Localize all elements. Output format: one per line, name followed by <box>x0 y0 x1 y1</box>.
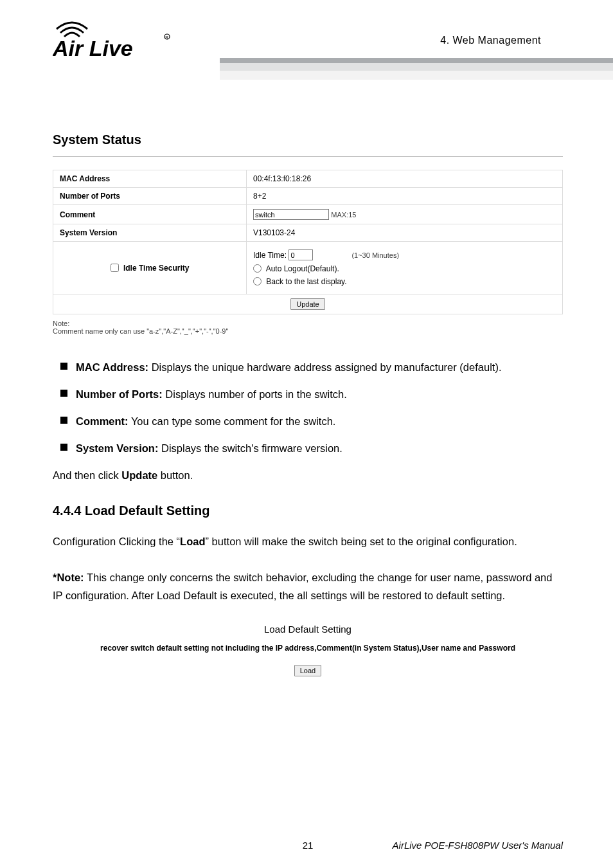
idle-time-security-cell: Idle Time Security <box>53 242 247 294</box>
list-item: System Version: Displays the switch's fi… <box>53 439 563 457</box>
airlive-logo: Air Live R <box>53 19 179 66</box>
system-status-table: MAC Address 00:4f:13:f0:18:26 Number of … <box>53 170 563 314</box>
text-fragment: ” button will make the switch being set … <box>206 536 517 547</box>
note-title: Note: <box>53 320 563 327</box>
term-text: Displays number of ports in the switch. <box>163 388 347 400</box>
mac-address-label: MAC Address <box>53 170 247 188</box>
mac-address-value: 00:4f:13:f0:18:26 <box>247 170 563 188</box>
term: Number of Ports: <box>76 388 163 400</box>
idle-time-options-cell: Idle Time: (1~30 Minutes) Auto Logout(De… <box>247 242 563 294</box>
list-item: Comment: You can type some comment for t… <box>53 412 563 430</box>
comment-input[interactable] <box>253 209 329 220</box>
text-fragment: And then click <box>53 469 121 481</box>
load-default-note: *Note: This change only concerns the swi… <box>53 568 563 604</box>
load-default-panel-title: Load Default Setting <box>53 624 563 635</box>
term: Comment: <box>76 415 129 427</box>
system-version-label: System Version <box>53 224 247 242</box>
idle-time-security-checkbox[interactable] <box>111 264 119 272</box>
note-label: *Note: <box>53 572 84 583</box>
comment-label: Comment <box>53 205 247 224</box>
idle-time-security-label: Idle Time Security <box>123 264 190 273</box>
term-text: Displays the unique hardware address ass… <box>148 361 501 373</box>
field-descriptions-list: MAC Address: Displays the unique hardwar… <box>53 358 563 457</box>
text-fragment-bold: Update <box>121 469 157 481</box>
page-number: 21 <box>303 840 314 851</box>
text-fragment-bold: Load <box>180 536 205 547</box>
back-last-display-radio[interactable] <box>253 277 262 285</box>
list-item: MAC Address: Displays the unique hardwar… <box>53 358 563 376</box>
text-fragment: button. <box>157 469 193 481</box>
text-fragment: Configuration Clicking the “ <box>53 536 180 547</box>
footer-manual-title: AirLive POE-FSH808PW User's Manual <box>393 840 563 851</box>
term: MAC Address: <box>76 361 148 373</box>
idle-time-label: Idle Time: <box>253 251 287 260</box>
back-last-display-label: Back to the last display. <box>266 277 346 286</box>
load-default-para1: Configuration Clicking the “Load” button… <box>53 532 563 550</box>
svg-text:Air Live: Air Live <box>53 36 133 60</box>
load-default-panel-desc: recover switch default setting not inclu… <box>53 644 563 653</box>
system-version-value: V130103-24 <box>247 224 563 242</box>
system-status-title: System Status <box>53 132 563 147</box>
post-list-text: And then click Update button. <box>53 466 563 484</box>
term-text: You can type some comment for the switch… <box>129 415 336 427</box>
number-of-ports-label: Number of Ports <box>53 188 247 205</box>
term: System Version: <box>76 442 158 454</box>
comment-cell: MAX:15 <box>247 205 563 224</box>
header-section-label: 4. Web Management <box>440 35 541 46</box>
note-body: Comment name only can use "a-z","A-Z","_… <box>53 327 563 335</box>
load-button[interactable]: Load <box>294 665 321 676</box>
term-text: Displays the switch's firmware version. <box>158 442 342 454</box>
svg-text:R: R <box>165 35 168 40</box>
header-banner <box>220 58 613 80</box>
list-item: Number of Ports: Displays number of port… <box>53 385 563 403</box>
load-default-heading: 4.4.4 Load Default Setting <box>53 503 563 518</box>
idle-time-input[interactable] <box>289 249 313 260</box>
auto-logout-label: Auto Logout(Default). <box>266 264 339 273</box>
number-of-ports-value: 8+2 <box>247 188 563 205</box>
note-text: This change only concerns the switch beh… <box>53 572 552 601</box>
comment-max-label: MAX:15 <box>331 211 356 219</box>
update-button[interactable]: Update <box>290 298 324 310</box>
idle-time-range: (1~30 Minutes) <box>351 251 399 259</box>
auto-logout-radio[interactable] <box>253 264 262 273</box>
title-rule <box>53 156 563 157</box>
